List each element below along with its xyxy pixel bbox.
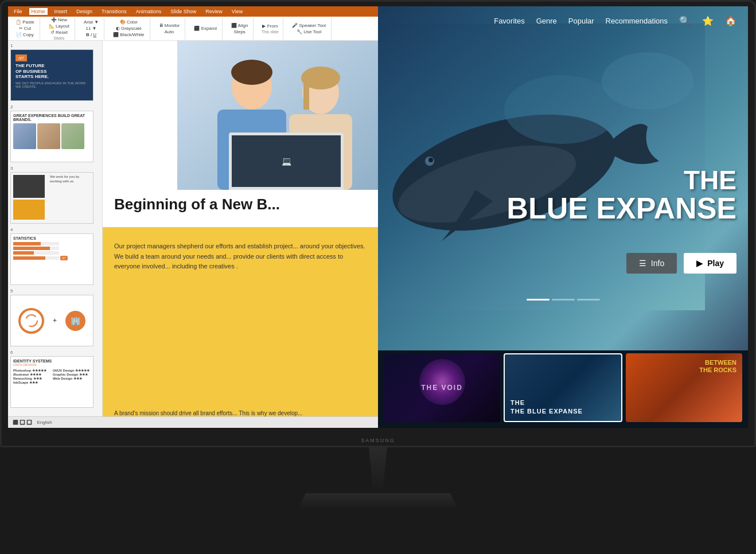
- layout-button[interactable]: 📐 Layout: [47, 23, 71, 29]
- tab-slideshow[interactable]: Slide Show: [168, 8, 198, 15]
- rocks-title: BETWEENTHE ROCKS: [699, 359, 736, 374]
- svg-text:💻: 💻: [282, 157, 292, 166]
- slide5-brand-icon: 🏢: [65, 311, 85, 331]
- carousel: THE VOID THETHE BLUE EXPANSE BETWEENTHE …: [378, 353, 748, 422]
- tab-file[interactable]: File: [11, 8, 25, 15]
- this-slide-label: This slide: [262, 30, 279, 34]
- svg-point-19: [504, 75, 619, 144]
- copy-button[interactable]: 📄 Copy: [14, 32, 36, 38]
- bold-button[interactable]: B I U: [84, 32, 98, 38]
- ribbon-content: 📋 Paste ✂ Cut 📄 Copy ➕ New 📐 Layout ↺ Re…: [8, 17, 378, 41]
- nav-genre[interactable]: Genre: [536, 17, 557, 25]
- monitor-btn[interactable]: 🖥 Monitor: [157, 22, 182, 29]
- slide6-col2-label: Illustrator ★★★★: [13, 372, 51, 376]
- play-icon: ▶: [696, 259, 703, 268]
- slide1-title: THE FUTUREOF BUSINESSSTARTS HERE.: [15, 63, 88, 80]
- tab-animations[interactable]: Animations: [134, 8, 164, 15]
- slide-thumb-5[interactable]: 5 +: [10, 288, 100, 346]
- ppt-status-bar: ⬛ 🔲 🔲 English: [8, 416, 378, 428]
- play-label: Play: [707, 259, 724, 268]
- ribbon-group-from[interactable]: ▶ From This slide: [257, 18, 283, 40]
- expand-btn[interactable]: ⬛ Expand: [192, 25, 218, 32]
- carousel-item-expanse[interactable]: THETHE BLUE EXPANSE: [504, 353, 622, 422]
- cut-button[interactable]: ✂ Cut: [17, 25, 33, 32]
- carousel-item-rocks[interactable]: BETWEENTHE ROCKS: [626, 353, 742, 422]
- slide-img-1: nf7 THE FUTUREOF BUSINESSSTARTS HERE. WE…: [10, 49, 93, 101]
- ribbon-group-font[interactable]: Arial ▼ 11 ▼ B I U: [79, 18, 104, 40]
- reset-button[interactable]: ↺ Reset: [49, 29, 69, 36]
- tab-transitions[interactable]: Transitions: [99, 8, 129, 15]
- tab-design[interactable]: Design: [74, 8, 95, 15]
- slide-img-2: GREAT EXPERIENCES BUILD GREAT BRANDS.: [10, 111, 93, 162]
- ribbon-group-align[interactable]: ⬛ Align Steps: [226, 18, 254, 40]
- slide6-col7-label: Web Design ★★★: [53, 376, 91, 380]
- info-button[interactable]: ☰ Info: [626, 253, 677, 274]
- slide-thumb-3[interactable]: 3 We work for you by working with us.: [10, 166, 100, 224]
- nebula-graphic: [419, 359, 465, 405]
- tab-view[interactable]: View: [229, 8, 245, 15]
- svg-point-0: [26, 315, 37, 326]
- font-name[interactable]: Arial ▼: [82, 19, 100, 25]
- speaker-tool-btn[interactable]: 🎤 Speaker Tool: [290, 22, 328, 29]
- grayscale-button[interactable]: ◐ Grayscale: [114, 25, 143, 32]
- play-button[interactable]: ▶ Play: [684, 253, 736, 274]
- favorites-star-icon[interactable]: ⭐: [702, 15, 714, 26]
- stream-nav: Favorites Genre Popular Recommendations …: [378, 6, 748, 35]
- svg-point-20: [602, 52, 693, 110]
- slide-num-2: 2: [10, 104, 100, 110]
- slide-img-5: + 🏢 INNOVATIONBRAND: [10, 295, 93, 346]
- slide-thumb-1[interactable]: 1 nf7 THE FUTUREOF BUSINESSSTARTS HERE. …: [10, 43, 100, 101]
- slide-photo: 💻: [177, 41, 378, 190]
- slide-thumb-6[interactable]: 6 IDENTITY SYSTEMS UX/UI DESIGN Photosho…: [10, 350, 100, 408]
- slide6-title: IDENTITY SYSTEMS: [13, 359, 91, 363]
- nav-popular[interactable]: Popular: [568, 17, 594, 25]
- nav-favorites[interactable]: Favorites: [494, 17, 524, 25]
- ribbon-tabs[interactable]: File Home Insert Design Transitions Anim…: [8, 6, 378, 17]
- carousel-item-void[interactable]: THE VOID: [384, 353, 500, 422]
- main-slide-body: Our project managers shepherd our effort…: [114, 241, 367, 272]
- slide1-badge: nf7: [15, 54, 27, 61]
- ribbon-group-speaker[interactable]: 🎤 Speaker Tool 🔧 Use Tool: [287, 18, 332, 40]
- tab-review[interactable]: Review: [203, 8, 225, 15]
- slide-img-6: IDENTITY SYSTEMS UX/UI DESIGN Photoshop …: [10, 356, 93, 408]
- steps-btn[interactable]: Steps: [232, 29, 247, 35]
- slide5-circle: [18, 308, 44, 334]
- auto-btn[interactable]: Auto: [163, 29, 176, 35]
- hamburger-icon: ☰: [639, 259, 646, 268]
- from-btn[interactable]: ▶ From: [260, 23, 279, 29]
- new-slide-button[interactable]: ➕ New: [49, 17, 69, 23]
- slide-panel: 1 nf7 THE FUTUREOF BUSINESSSTARTS HERE. …: [8, 41, 103, 428]
- ribbon-group-color[interactable]: 🎨 Color ◐ Grayscale ⬛ Black/White: [108, 18, 150, 40]
- slide6-sub: UX/UI DESIGN: [13, 363, 91, 366]
- ribbon-group-paste[interactable]: 📋 Paste ✂ Cut 📄 Copy: [10, 18, 40, 40]
- font-size[interactable]: 11 ▼: [84, 25, 98, 32]
- slide2-person3: [61, 123, 84, 149]
- movie-title-area: THE BLUE EXPANSE: [506, 167, 736, 223]
- slide-img-3: We work for you by working with us.: [10, 172, 93, 224]
- slide-thumb-4[interactable]: 4 STATISTICS: [10, 227, 100, 285]
- progress-dot-2: [552, 299, 575, 301]
- tab-home[interactable]: Home: [29, 8, 48, 15]
- home-icon[interactable]: 🏠: [725, 15, 736, 26]
- use-tool-btn[interactable]: 🔧 Use Tool: [295, 29, 323, 35]
- nav-recommendations[interactable]: Recommendations: [606, 17, 668, 25]
- ribbon-group-view[interactable]: 🖥 Monitor Auto: [154, 18, 186, 40]
- svg-point-18: [428, 158, 433, 162]
- slide-num-3: 3: [10, 166, 100, 171]
- bw-button[interactable]: ⬛ Black/White: [111, 32, 146, 38]
- movie-title: BLUE EXPANSE: [506, 193, 736, 223]
- main-slide-canvas: 💻 Beginning of a New B... Our project ma…: [103, 41, 378, 428]
- paste-button[interactable]: 📋 Paste: [14, 19, 36, 25]
- ribbon-group-expand[interactable]: ⬛ Expand: [189, 18, 222, 40]
- stream-buttons: ☰ Info ▶ Play: [626, 253, 736, 274]
- ribbon-group-slides[interactable]: ➕ New 📐 Layout ↺ Reset Slides: [44, 18, 75, 40]
- align-btn[interactable]: ⬛ Align: [229, 22, 250, 29]
- slide6-col6-label: Graphic Design ★★★: [53, 372, 91, 376]
- search-icon[interactable]: 🔍: [679, 15, 691, 26]
- slides-label: Slides: [53, 36, 64, 40]
- slide-thumb-2[interactable]: 2 GREAT EXPERIENCES BUILD GREAT BRANDS.: [10, 104, 100, 162]
- info-label: Info: [651, 259, 664, 268]
- main-slide-heading: Beginning of a New B...: [114, 196, 280, 213]
- tab-insert[interactable]: Insert: [52, 8, 70, 15]
- color-button[interactable]: 🎨 Color: [118, 19, 139, 25]
